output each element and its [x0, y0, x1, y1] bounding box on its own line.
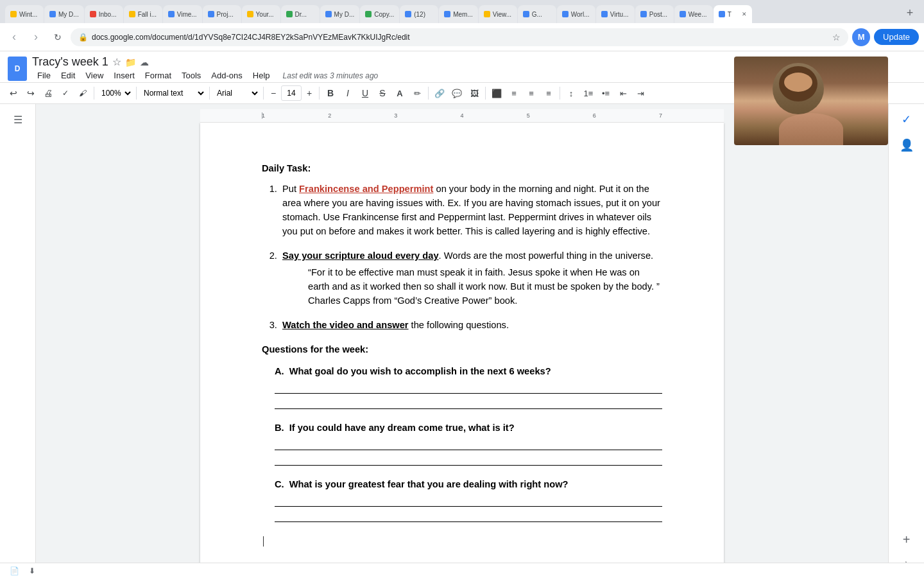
browser-tab[interactable]: My D...: [44, 5, 84, 23]
menu-edit[interactable]: Edit: [56, 69, 80, 82]
font-size-decrease[interactable]: −: [266, 85, 280, 101]
tab-label: Dr...: [295, 11, 314, 18]
doc-page[interactable]: Daily Task: Put Frankincense and Pepperm…: [200, 123, 724, 573]
browser-tab[interactable]: Mem...: [439, 5, 478, 23]
undo-button[interactable]: ↩: [5, 85, 22, 101]
font-size-increase[interactable]: +: [302, 85, 316, 101]
align-center-button[interactable]: ≡: [506, 85, 522, 101]
menu-addons[interactable]: Add-ons: [206, 69, 247, 82]
browser-tab[interactable]: Virtu...: [596, 5, 635, 23]
menu-file[interactable]: File: [32, 69, 56, 82]
browser-tab[interactable]: Wee...: [674, 5, 713, 23]
browser-tab[interactable]: View...: [479, 5, 517, 23]
forward-button[interactable]: ›: [27, 28, 45, 46]
folder-icon[interactable]: 📁: [125, 57, 136, 67]
tab-favicon: [208, 11, 214, 17]
indent-more-button[interactable]: ⇥: [632, 85, 649, 101]
link-button[interactable]: 🔗: [431, 85, 448, 101]
item2-quote: “For it to be effective man must speak i…: [308, 265, 662, 308]
daily-task-header: Daily Task:: [262, 161, 662, 175]
font-select[interactable]: Arial: [212, 85, 261, 101]
redo-button[interactable]: ↪: [22, 85, 39, 101]
align-left-button[interactable]: ⬛: [488, 85, 505, 101]
back-button[interactable]: ‹: [5, 28, 23, 46]
highlight-button[interactable]: ✏: [409, 85, 425, 101]
zoom-select[interactable]: 100%: [97, 85, 133, 101]
line-spacing-button[interactable]: ↕: [563, 85, 579, 101]
tab-favicon: [10, 11, 17, 17]
update-button[interactable]: Update: [874, 29, 919, 45]
separator-8: [560, 87, 560, 100]
tab-label: Fall i...: [138, 11, 157, 18]
browser-tab[interactable]: Fall i...: [124, 5, 162, 23]
spellcheck-button[interactable]: ✓: [57, 85, 74, 101]
item3-text: the following questions.: [409, 320, 509, 330]
item2-text: . Words are the most powerful thing in t…: [439, 250, 654, 261]
tab-label: View...: [493, 11, 512, 18]
strikethrough-button[interactable]: S: [374, 85, 391, 101]
browser-tab[interactable]: Dr...: [281, 5, 320, 23]
tasks-icon[interactable]: ✓: [896, 109, 917, 130]
address-bar[interactable]: 🔒 docs.google.com/document/d/1dYVSq8e7CI…: [71, 28, 848, 46]
bullet-list-button[interactable]: •≡: [597, 85, 614, 101]
align-justify-button[interactable]: ≡: [540, 85, 557, 101]
align-right-button[interactable]: ≡: [523, 85, 540, 101]
question-a-row: A. What goal do you wish to accomplish i…: [275, 364, 662, 378]
menu-tools[interactable]: Tools: [176, 69, 206, 82]
add-icon[interactable]: +: [896, 529, 917, 550]
browser-tab[interactable]: Wint...: [5, 5, 44, 23]
underline-button[interactable]: U: [357, 85, 373, 101]
page-count-icon[interactable]: 📄: [8, 565, 21, 577]
cloud-icon[interactable]: ☁: [140, 57, 149, 67]
tab-close-button[interactable]: ✕: [742, 11, 747, 17]
browser-tab[interactable]: T✕: [714, 5, 752, 23]
browser-tab[interactable]: G...: [518, 5, 556, 23]
new-tab-button[interactable]: +: [901, 4, 919, 22]
comment-button[interactable]: 💬: [449, 85, 465, 101]
browser-tab[interactable]: Vime...: [163, 5, 202, 23]
lock-icon: 🔒: [78, 33, 88, 42]
font-size-input[interactable]: [281, 85, 302, 101]
style-select[interactable]: Normal text: [139, 85, 207, 101]
text-color-button[interactable]: A: [391, 85, 408, 101]
left-sidebar: ☰: [0, 104, 36, 578]
bold-button[interactable]: B: [322, 85, 339, 101]
browser-tab[interactable]: Proj...: [203, 5, 241, 23]
print-button[interactable]: 🖨: [40, 85, 56, 101]
italic-button[interactable]: I: [339, 85, 356, 101]
menu-help[interactable]: Help: [248, 69, 275, 82]
browser-tab[interactable]: Worl...: [557, 5, 595, 23]
tab-label: Inbo...: [99, 11, 118, 18]
indent-less-button[interactable]: ⇤: [615, 85, 631, 101]
browser-tab[interactable]: (12): [400, 5, 438, 23]
list-item-3: Watch the video and answer the following…: [280, 318, 662, 332]
question-b: B. If you could have any dream come true…: [275, 421, 662, 466]
tab-label: Mem...: [453, 11, 473, 18]
menu-format[interactable]: Format: [140, 69, 176, 82]
paint-format-button[interactable]: 🖌: [74, 85, 91, 101]
browser-tab[interactable]: Your...: [242, 5, 280, 23]
browser-tab[interactable]: Inbo...: [85, 5, 123, 23]
video-person: [734, 57, 888, 145]
star-icon[interactable]: ☆: [832, 32, 841, 42]
star-doc-icon[interactable]: ☆: [112, 56, 121, 68]
browser-tab[interactable]: Post...: [635, 5, 674, 23]
tabs-bar: Wint...My D...Inbo...Fall i...Vime...Pro…: [0, 0, 924, 23]
question-c-label: C.: [275, 477, 284, 491]
doc-outline-icon[interactable]: ☰: [8, 109, 28, 130]
doc-title[interactable]: Tracy's week 1: [32, 55, 108, 69]
menu-insert[interactable]: Insert: [108, 69, 140, 82]
reload-button[interactable]: ↻: [49, 28, 67, 46]
tab-label: Your...: [256, 11, 275, 18]
answer-line-b2: [275, 454, 662, 466]
browser-tab[interactable]: My D...: [320, 5, 360, 23]
profile-icon[interactable]: M: [852, 28, 870, 46]
contacts-icon[interactable]: 👤: [896, 135, 917, 155]
skin: [784, 73, 812, 92]
image-button[interactable]: 🖼: [466, 85, 483, 101]
doc-scroll-area[interactable]: 1 2 3 4 5 6 7 Daily Task:: [36, 104, 888, 578]
doc-footer-icon[interactable]: ⬇: [26, 565, 38, 577]
browser-tab[interactable]: Copy...: [360, 5, 399, 23]
numbered-list-button[interactable]: 1≡: [580, 85, 597, 101]
menu-view[interactable]: View: [80, 69, 108, 82]
